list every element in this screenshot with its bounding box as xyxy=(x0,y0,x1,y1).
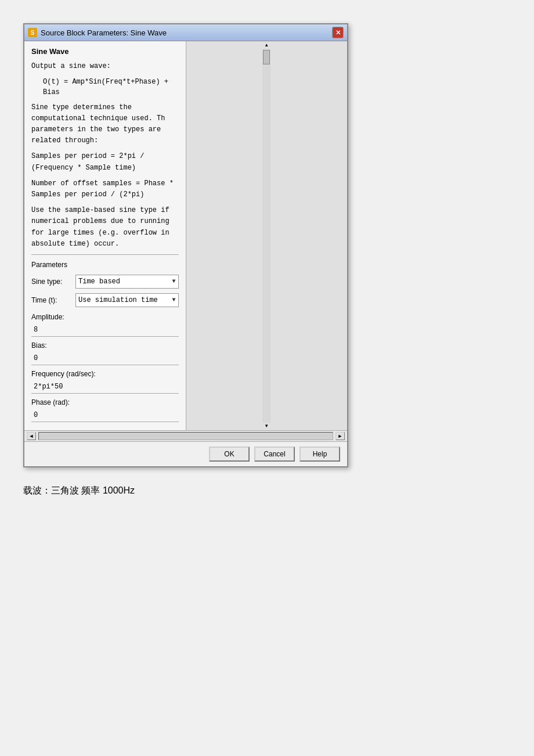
horizontal-scrollbar-area: ◄ ► xyxy=(24,430,347,441)
frequency-input[interactable]: 2*pi*50 xyxy=(31,380,179,394)
time-value: Use simulation time xyxy=(78,295,158,305)
sine-type-label: Sine type: xyxy=(31,276,72,287)
vertical-scrollbar[interactable]: ▲ ▼ xyxy=(186,41,348,430)
content-body: Sine Wave Output a sine wave: O(t) = Amp… xyxy=(24,41,186,430)
formula: O(t) = Amp*Sin(Freq*t+Phase) + Bias xyxy=(43,77,179,98)
amplitude-label: Amplitude: xyxy=(31,312,179,322)
time-arrow: ▼ xyxy=(172,296,175,304)
time-label: Time (t): xyxy=(31,295,72,305)
phase-label: Phase (rad): xyxy=(31,397,179,408)
sine-type-arrow: ▼ xyxy=(172,277,175,286)
main-content: Sine Wave Output a sine wave: O(t) = Amp… xyxy=(24,41,186,430)
dialog-title: Source Block Parameters: Sine Wave xyxy=(41,28,167,37)
time-row: Time (t): Use simulation time ▼ xyxy=(31,293,179,307)
amplitude-group: Amplitude: 8 xyxy=(31,312,179,337)
scroll-right-button[interactable]: ► xyxy=(335,432,345,440)
params-label: Parameters xyxy=(31,260,179,270)
close-button[interactable]: ✕ xyxy=(332,27,344,38)
sine-type-value: Time based xyxy=(78,276,120,287)
scroll-up-button[interactable]: ▲ xyxy=(264,42,269,49)
window-icon: S xyxy=(28,28,37,37)
title-bar-left: S Source Block Parameters: Sine Wave xyxy=(28,28,167,37)
page-container: S Source Block Parameters: Sine Wave ✕ S… xyxy=(23,23,511,497)
separator1 xyxy=(31,254,179,255)
sine-type-select[interactable]: Time based ▼ xyxy=(75,275,179,289)
caption-text: 载波：三角波 频率 1000Hz xyxy=(23,485,135,497)
cancel-button[interactable]: Cancel xyxy=(254,447,295,462)
button-bar: OK Cancel Help xyxy=(24,441,347,466)
help-button[interactable]: Help xyxy=(300,447,340,462)
h-scroll-track[interactable] xyxy=(38,432,333,440)
desc-para1: Sine type determines the computational t… xyxy=(31,102,179,147)
frequency-group: Frequency (rad/sec): 2*pi*50 xyxy=(31,369,179,394)
desc-para2: Samples per period = 2*pi / (Frequency *… xyxy=(31,151,179,173)
block-name: Sine Wave xyxy=(31,46,179,57)
desc-para3: Number of offset samples = Phase * Sampl… xyxy=(31,178,179,200)
desc-line1: Output a sine wave: xyxy=(31,61,179,72)
title-bar: S Source Block Parameters: Sine Wave ✕ xyxy=(24,24,347,41)
bias-label: Bias: xyxy=(31,340,179,351)
bias-group: Bias: 0 xyxy=(31,340,179,365)
bias-input[interactable]: 0 xyxy=(31,352,179,365)
scroll-left-button[interactable]: ◄ xyxy=(27,432,36,440)
frequency-label: Frequency (rad/sec): xyxy=(31,369,179,379)
scroll-down-button[interactable]: ▼ xyxy=(264,423,269,430)
phase-input[interactable]: 0 xyxy=(31,409,179,422)
phase-group: Phase (rad): 0 xyxy=(31,397,179,422)
desc-para4: Use the sample-based sine type if numeri… xyxy=(31,205,179,250)
scroll-track xyxy=(262,49,270,423)
amplitude-input[interactable]: 8 xyxy=(31,323,179,337)
ok-button[interactable]: OK xyxy=(209,447,250,462)
time-select[interactable]: Use simulation time ▼ xyxy=(75,293,179,307)
dialog-window: S Source Block Parameters: Sine Wave ✕ S… xyxy=(23,23,348,467)
scroll-thumb[interactable] xyxy=(263,50,270,64)
sine-type-row: Sine type: Time based ▼ xyxy=(31,275,179,289)
